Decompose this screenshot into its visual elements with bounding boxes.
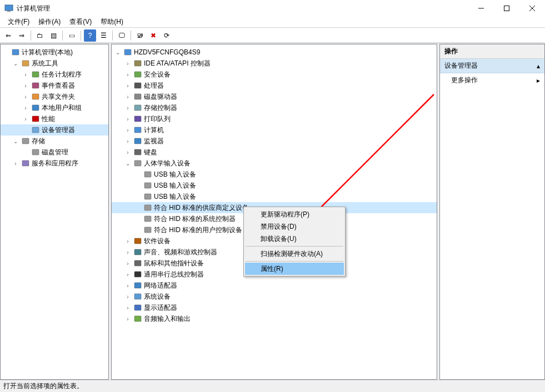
tree-item[interactable]: ›磁盘驱动器	[112, 91, 437, 102]
help-icon[interactable]: ?	[84, 29, 96, 42]
expander-closed-icon[interactable]: ›	[124, 315, 132, 323]
expander-closed-icon[interactable]: ›	[124, 93, 132, 100]
tree-item-label: 网络适配器	[144, 281, 181, 290]
tree-item[interactable]: ›存储控制器	[112, 102, 437, 113]
tree-item[interactable]: ⌄人体学输入设备	[112, 158, 437, 169]
expander-closed-icon[interactable]: ›	[124, 148, 132, 156]
tree-item[interactable]: USB 输入设备	[112, 169, 437, 180]
tree-item[interactable]: ›计算机	[112, 124, 437, 135]
tree-item[interactable]: ›系统设备	[112, 291, 437, 302]
expander-open-icon[interactable]: ⌄	[12, 59, 19, 67]
hid-device-icon	[143, 214, 152, 223]
svg-rect-20	[134, 83, 141, 88]
expander-closed-icon[interactable]: ›	[12, 159, 19, 167]
view-icon[interactable]: ☰	[97, 29, 109, 42]
tree-item[interactable]: ›显示适配器	[112, 302, 437, 313]
expander-closed-icon[interactable]: ›	[124, 137, 132, 145]
tree-item[interactable]: USB 输入设备	[112, 191, 437, 202]
tree-item[interactable]: 设备管理器	[1, 124, 108, 135]
properties-icon[interactable]: ▭	[66, 29, 78, 42]
action-more[interactable]: 更多操作 ▸	[440, 73, 544, 87]
expander-closed-icon[interactable]: ›	[22, 115, 29, 123]
svg-rect-17	[124, 49, 131, 55]
console-tree-icon[interactable]: ▤	[47, 29, 59, 42]
tree-item[interactable]: ›网络适配器	[112, 280, 437, 291]
minimize-button[interactable]	[468, 0, 494, 17]
tree-item[interactable]: ›性能	[1, 113, 108, 124]
tree-item[interactable]: ›IDE ATA/ATAPI 控制器	[112, 58, 437, 69]
expander-open-icon[interactable]: ⌄	[12, 137, 19, 145]
expander-closed-icon[interactable]: ›	[124, 304, 132, 311]
expander-closed-icon[interactable]: ›	[124, 293, 132, 300]
tree-item[interactable]: 计算机管理(本地)	[1, 47, 108, 58]
expander-closed-icon[interactable]: ›	[124, 71, 132, 78]
svg-rect-7	[22, 61, 29, 66]
context-menu-item[interactable]: 更新驱动程序(P)	[245, 208, 344, 220]
tree-item[interactable]: ⌄存储	[1, 135, 108, 147]
show-hide-icon[interactable]: 🗀	[34, 29, 46, 42]
svg-rect-12	[32, 116, 39, 122]
delete-icon[interactable]: ✖	[147, 29, 159, 42]
display-icon	[133, 303, 142, 312]
menu-item[interactable]: 查看(V)	[65, 17, 96, 27]
hid-device-icon	[143, 192, 152, 201]
pc-icon	[123, 48, 132, 57]
menu-item[interactable]: 操作(A)	[34, 17, 65, 27]
context-menu-item[interactable]: 属性(R)	[245, 263, 344, 275]
back-icon[interactable]: ⇐	[2, 29, 14, 42]
tree-item[interactable]: ›打印队列	[112, 113, 437, 124]
menu-item[interactable]: 帮助(H)	[96, 17, 128, 27]
expander-closed-icon[interactable]: ›	[124, 282, 132, 289]
expander-closed-icon[interactable]: ›	[124, 115, 132, 123]
expander-closed-icon[interactable]: ›	[124, 270, 132, 278]
tree-item[interactable]: ›监视器	[112, 135, 437, 147]
tree-item[interactable]: ›处理器	[112, 80, 437, 91]
expander-closed-icon[interactable]: ›	[124, 126, 132, 134]
monitor-icon[interactable]: 🖵	[116, 29, 128, 42]
tree-item-label: 系统工具	[32, 59, 62, 68]
svg-rect-38	[134, 283, 141, 288]
tree-item[interactable]: ›任务计划程序	[1, 69, 108, 80]
expander-closed-icon[interactable]: ›	[22, 104, 29, 112]
context-menu-item[interactable]: 禁用设备(D)	[245, 220, 344, 233]
perf-icon	[31, 114, 40, 123]
computers-icon[interactable]: 🖳	[134, 29, 146, 42]
close-button[interactable]	[519, 0, 545, 17]
tree-item[interactable]: ⌄系统工具	[1, 58, 108, 69]
expander-closed-icon[interactable]: ›	[124, 82, 132, 89]
maximize-button[interactable]	[494, 0, 519, 17]
tree-item[interactable]: 磁盘管理	[1, 147, 108, 158]
diskdrive-icon	[133, 92, 142, 101]
forward-icon[interactable]: ⇒	[16, 29, 28, 42]
tree-item[interactable]: ›服务和应用程序	[1, 158, 108, 169]
context-menu-item[interactable]: 卸载设备(U)	[245, 233, 344, 245]
action-pane-section[interactable]: 设备管理器 ▴	[440, 59, 544, 73]
context-menu-item[interactable]: 扫描检测硬件改动(A)	[245, 248, 344, 260]
expander-closed-icon[interactable]: ›	[124, 104, 132, 112]
users-icon	[31, 103, 40, 112]
expander-closed-icon[interactable]: ›	[124, 248, 132, 256]
expander-closed-icon[interactable]: ›	[22, 71, 29, 78]
expander-closed-icon[interactable]: ›	[124, 259, 132, 267]
expander-none	[2, 48, 9, 56]
menu-item[interactable]: 文件(F)	[3, 17, 34, 27]
tree-item[interactable]: ›音频输入和输出	[112, 313, 437, 324]
expander-open-icon[interactable]: ⌄	[124, 159, 132, 167]
expander-closed-icon[interactable]: ›	[22, 93, 29, 100]
tree-item[interactable]: ›事件查看器	[1, 80, 108, 91]
expander-open-icon[interactable]: ⌄	[114, 48, 122, 56]
expander-closed-icon[interactable]: ›	[124, 59, 132, 67]
tree-item[interactable]: ›安全设备	[112, 69, 437, 80]
tree-item[interactable]: ›键盘	[112, 147, 437, 158]
tree-item[interactable]: ⌄HZDV5FCNFGQB4S9	[112, 47, 437, 58]
share-icon	[31, 92, 40, 101]
refresh-icon[interactable]: ⟳	[161, 29, 173, 42]
expander-closed-icon[interactable]: ›	[22, 82, 29, 89]
expander-none	[22, 148, 29, 156]
system-icon	[133, 292, 142, 301]
tree-item[interactable]: USB 输入设备	[112, 180, 437, 191]
keyboard-icon	[133, 148, 142, 157]
tree-item[interactable]: ›本地用户和组	[1, 102, 108, 113]
expander-closed-icon[interactable]: ›	[124, 237, 132, 245]
tree-item[interactable]: ›共享文件夹	[1, 91, 108, 102]
